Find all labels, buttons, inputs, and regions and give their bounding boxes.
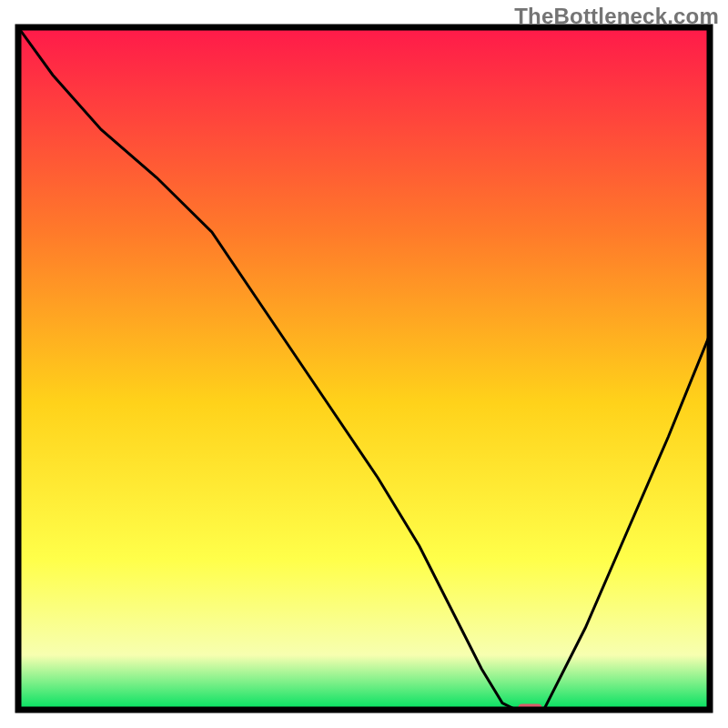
chart-container: { "watermark": "TheBottleneck.com", "col… [0,0,728,728]
bottleneck-chart [0,0,728,728]
gradient-background [18,27,710,710]
watermark-text: TheBottleneck.com [514,4,719,29]
